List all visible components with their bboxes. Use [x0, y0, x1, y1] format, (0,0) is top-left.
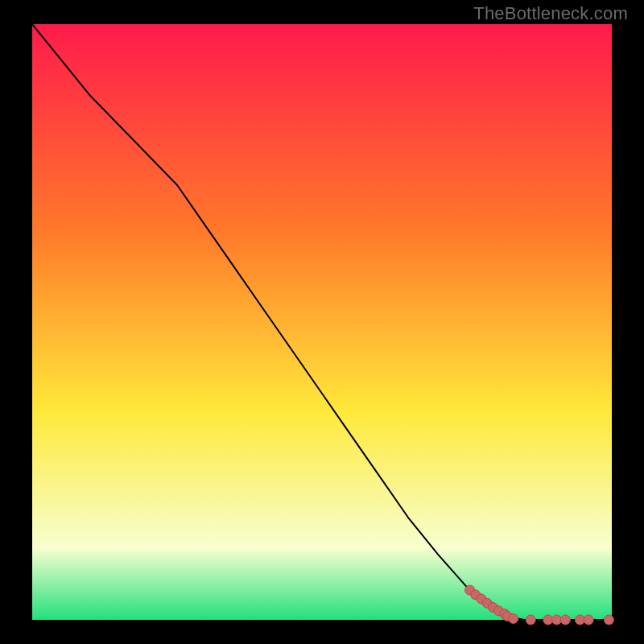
plot-area — [32, 24, 612, 620]
data-point — [543, 615, 553, 625]
watermark-text: TheBottleneck.com — [473, 3, 628, 24]
data-point — [552, 615, 562, 625]
data-point — [584, 615, 593, 625]
gradient-background — [32, 24, 612, 620]
chart-svg — [32, 24, 612, 620]
data-point — [575, 615, 584, 625]
chart-frame: TheBottleneck.com — [0, 0, 644, 644]
data-point — [560, 615, 570, 625]
data-point — [604, 615, 613, 625]
data-point — [509, 614, 518, 624]
data-point — [526, 615, 535, 625]
